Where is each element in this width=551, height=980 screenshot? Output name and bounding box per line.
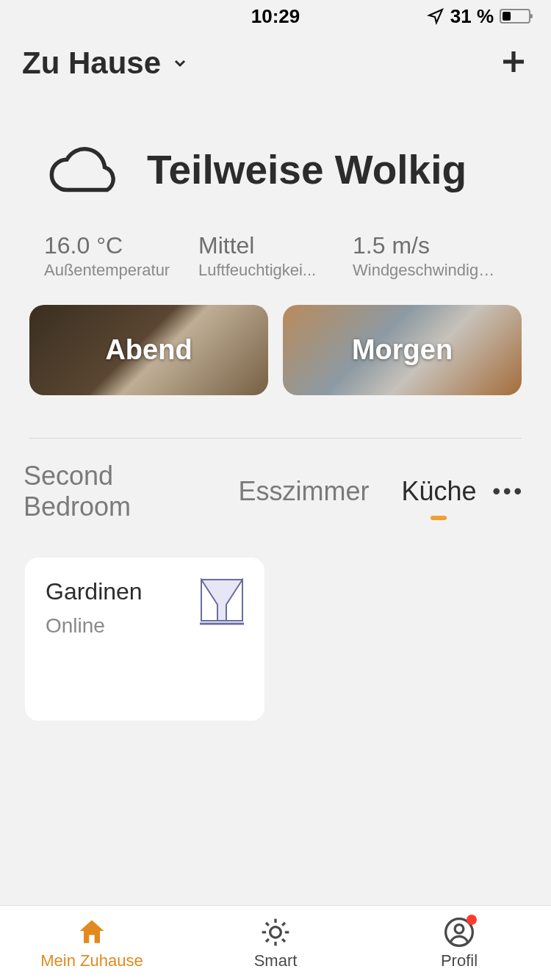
status-bar: 10:29 31 % [0,0,551,32]
scene-card-morgen[interactable]: Morgen [283,305,522,395]
room-tabs-more-button[interactable]: ••• [492,479,544,504]
scene-label: Abend [105,334,192,366]
location-icon [427,7,444,25]
tab-label: Mein Zuhause [40,951,143,970]
notification-dot [467,915,477,925]
weather-temp-value: 16.0 °C [44,232,198,259]
home-icon [76,916,108,948]
weather-condition: Teilweise Wolkig [147,146,467,193]
room-tab-esszimmer[interactable]: Esszimmer [222,476,385,507]
weather-temp: 16.0 °C Außentemperatur [44,232,198,280]
scene-label: Morgen [352,334,453,366]
tab-label: Smart [254,951,298,970]
tab-smart[interactable]: Smart [184,906,367,980]
weather-humidity: Mittel Luftfeuchtigkei... [198,232,353,280]
room-tab-kueche[interactable]: Küche [385,476,492,507]
svg-point-14 [455,924,464,933]
svg-line-9 [266,922,269,925]
scene-card-abend[interactable]: Abend [29,305,268,395]
weather-block[interactable]: Teilweise Wolkig 16.0 °C Außentemperatur… [0,88,551,280]
tab-bar: Mein Zuhause Smart [0,905,551,980]
svg-line-10 [282,939,285,942]
svg-point-4 [270,926,281,937]
battery-icon [500,9,530,24]
weather-temp-label: Außentemperatur [44,261,191,280]
weather-wind-label: Windgeschwindigkei... [353,261,500,280]
weather-wind-value: 1.5 m/s [353,232,507,259]
home-selector-dropdown[interactable]: Zu Hause [22,46,189,81]
svg-line-12 [282,922,285,925]
cloud-icon [44,144,125,195]
weather-wind: 1.5 m/s Windgeschwindigkei... [353,232,507,280]
svg-line-11 [266,939,269,942]
battery-percent: 31 % [450,5,494,28]
room-tabs: Second Bedroom Esszimmer Küche ••• [0,439,551,522]
sun-icon [259,916,292,948]
weather-humidity-value: Mittel [198,232,353,259]
tab-label: Profil [441,951,478,970]
weather-humidity-label: Luftfeuchtigkei... [198,261,345,280]
chevron-down-icon [171,54,189,72]
add-button[interactable] [498,46,529,80]
curtain-icon [200,578,244,625]
plus-icon [498,46,529,77]
device-card-gardinen[interactable]: Gardinen Online [25,558,264,721]
status-time: 10:29 [251,5,300,28]
room-tab-second-bedroom[interactable]: Second Bedroom [7,461,222,522]
tab-home[interactable]: Mein Zuhause [0,906,184,980]
tab-profile[interactable]: Profil [367,906,551,980]
home-selector-label: Zu Hause [22,46,161,81]
